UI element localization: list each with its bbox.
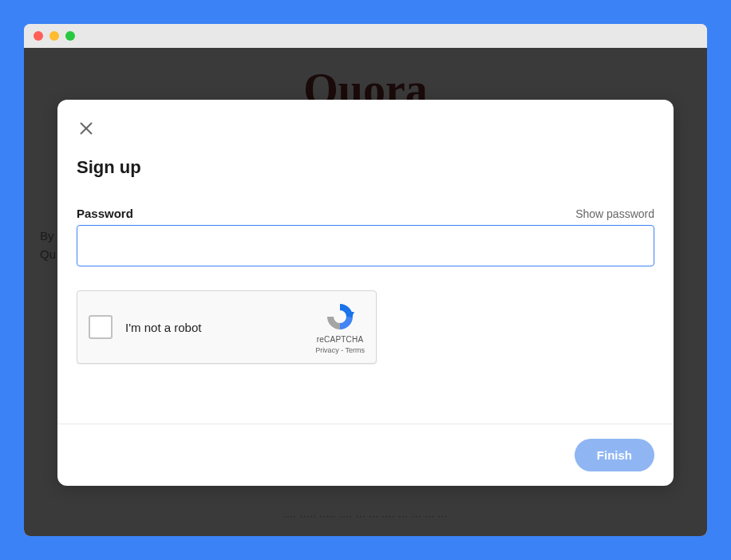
background-text: By Qu [40,227,56,263]
background-footer: ···· ····· ····· ···· ··· ··· ···· ··· ·… [283,510,448,522]
app-window: Quora By Qu ···· ····· ····· ···· ··· ··… [24,24,707,536]
recaptcha-privacy-link[interactable]: Privacy [315,346,339,354]
recaptcha-checkbox[interactable] [89,315,113,339]
window-minimize-dot[interactable] [49,31,59,41]
recaptcha-icon [324,301,356,333]
recaptcha-widget: I'm not a robot reCAPTCHA [77,290,377,364]
finish-button[interactable]: Finish [575,439,654,471]
window-titlebar [24,24,707,48]
password-input[interactable] [77,225,654,266]
close-button[interactable] [77,119,96,138]
password-label: Password [77,207,133,220]
window-maximize-dot[interactable] [65,31,75,41]
modal-title: Sign up [77,157,654,178]
recaptcha-label: I'm not a robot [125,321,315,334]
recaptcha-links: Privacy - Terms [315,346,365,354]
recaptcha-brand-text: reCAPTCHA [317,335,363,344]
recaptcha-brand: reCAPTCHA Privacy - Terms [315,301,365,354]
window-close-dot[interactable] [34,31,43,41]
close-icon [78,120,94,136]
page-content: Quora By Qu ···· ····· ····· ···· ··· ··… [24,48,707,536]
signup-modal: Sign up Password Show password I'm not a… [57,100,674,486]
modal-footer: Finish [57,424,674,486]
show-password-toggle[interactable]: Show password [575,207,654,220]
recaptcha-terms-link[interactable]: Terms [346,346,366,354]
